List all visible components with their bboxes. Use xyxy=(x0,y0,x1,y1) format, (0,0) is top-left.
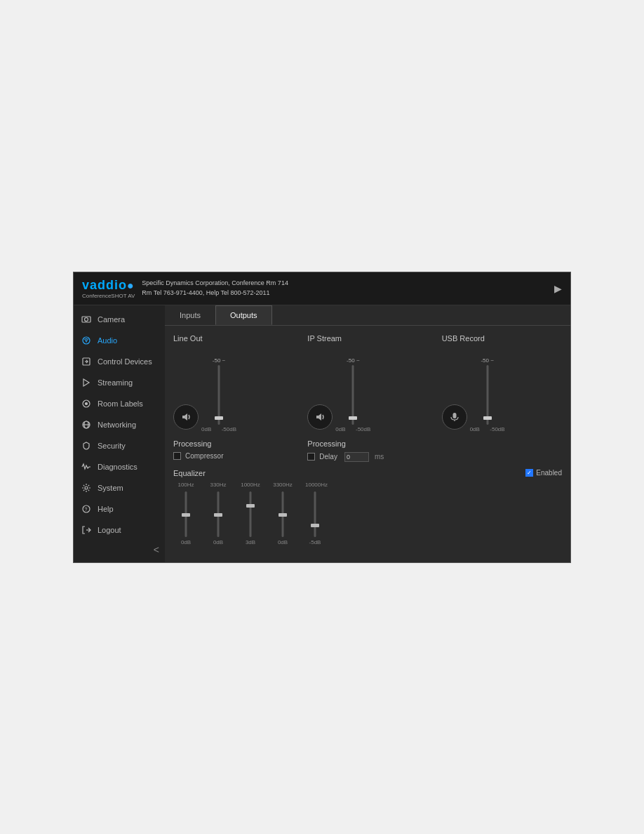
svg-point-7 xyxy=(86,402,88,404)
usb-record-slider[interactable] xyxy=(481,365,494,425)
volume-controls-row: Line Out -50 xyxy=(173,334,562,432)
eq-track-4 xyxy=(314,491,316,537)
logout-label: Logout xyxy=(98,526,158,534)
eq-slider-2[interactable] xyxy=(246,491,255,537)
audio-label: Audio xyxy=(98,336,158,345)
line-out-mute-btn[interactable] xyxy=(173,404,199,430)
security-nav-icon xyxy=(81,440,92,451)
tab-inputs[interactable]: Inputs xyxy=(165,305,215,325)
svg-point-11 xyxy=(85,486,88,489)
processing-left-title: Processing xyxy=(173,439,293,448)
line-out-volume: -50 ~ 0dB -50dB xyxy=(173,348,293,432)
sidebar-item-diagnostics[interactable]: Diagnostics xyxy=(74,456,165,477)
svg-point-2 xyxy=(83,337,90,344)
usb-record-slider-group: -50 ~ 0dB -50dB xyxy=(470,348,505,432)
line-out-value: -50 ~ xyxy=(213,357,225,364)
sidebar-item-networking[interactable]: Networking xyxy=(74,414,165,435)
company-name: Specific Dynamics Corporation, Conferenc… xyxy=(142,279,288,289)
ip-stream-slider[interactable] xyxy=(347,365,359,425)
header: vaddio● ConferenceSHOT AV Specific Dynam… xyxy=(74,272,570,305)
logo-vaddio: vaddio xyxy=(82,278,127,292)
eq-band-2: 3dB xyxy=(241,491,260,545)
logo-ring: ● xyxy=(127,279,135,291)
compressor-label: Compressor xyxy=(185,452,223,460)
usb-record-thumb[interactable] xyxy=(483,416,492,420)
eq-enabled-label: Enabled xyxy=(536,469,562,477)
system-label: System xyxy=(98,484,158,492)
processing-right: Processing Delay ms xyxy=(307,439,427,462)
eq-band-1: 0dB xyxy=(208,491,228,545)
compressor-checkbox[interactable] xyxy=(173,452,181,460)
eq-thumb-3[interactable] xyxy=(279,513,287,517)
sidebar-item-audio[interactable]: Audio xyxy=(74,330,165,351)
help-label: Help xyxy=(98,505,158,513)
eq-slider-4[interactable] xyxy=(310,491,320,537)
eq-freq-3: 3300Hz xyxy=(273,482,293,488)
ip-stream-volume: -50 ~ 0dB -50dB xyxy=(307,348,427,432)
ip-stream-max: -50dB xyxy=(356,426,370,432)
eq-freq-1: 330Hz xyxy=(208,482,228,488)
svg-marker-6 xyxy=(83,379,89,386)
delay-checkbox[interactable] xyxy=(307,453,315,461)
eq-thumb-4[interactable] xyxy=(311,524,319,527)
eq-freq-2: 1000Hz xyxy=(241,482,260,488)
svg-text:?: ? xyxy=(85,507,88,512)
sidebar-item-room-labels[interactable]: Room Labels xyxy=(74,393,165,414)
eq-track-2 xyxy=(250,491,252,537)
svg-point-3 xyxy=(86,340,87,342)
streaming-label: Streaming xyxy=(98,378,158,387)
line-out-title: Line Out xyxy=(173,334,293,343)
sidebar-item-logout[interactable]: Logout xyxy=(74,519,165,541)
eq-slider-1[interactable] xyxy=(213,491,223,537)
ip-stream-mute-btn[interactable] xyxy=(307,404,333,430)
equalizer-section: Equalizer ✓ Enabled 100Hz 330Hz 1000Hz 3… xyxy=(173,469,562,547)
eq-slider-3[interactable] xyxy=(278,491,288,537)
eq-db-4: -5dB xyxy=(309,539,321,545)
sidebar-item-system[interactable]: System xyxy=(74,477,165,498)
tab-outputs[interactable]: Outputs xyxy=(215,305,272,325)
sidebar-item-help[interactable]: ? Help xyxy=(74,498,165,519)
line-out-min: 0dB xyxy=(201,426,211,432)
eq-db-2: 3dB xyxy=(246,539,255,545)
eq-thumb-0[interactable] xyxy=(182,513,190,517)
sidebar-item-camera[interactable]: Camera xyxy=(74,309,165,330)
eq-freq-4: 10000Hz xyxy=(305,482,325,488)
sidebar-collapse-btn[interactable]: < xyxy=(74,541,165,559)
eq-band-4: -5dB xyxy=(305,491,325,545)
sidebar-item-streaming[interactable]: Streaming xyxy=(74,372,165,393)
line-out-slider[interactable] xyxy=(213,365,225,425)
processing-right-title: Processing xyxy=(307,439,427,448)
eq-thumb-1[interactable] xyxy=(214,513,222,517)
eq-enabled-checkbox[interactable]: ✓ xyxy=(525,469,533,477)
eq-slider-0[interactable] xyxy=(181,491,191,537)
eq-enabled-row: ✓ Enabled xyxy=(525,469,562,477)
sidebar-item-control-devices[interactable]: Control Devices xyxy=(74,351,165,372)
eq-thumb-2[interactable] xyxy=(246,504,255,508)
line-out-thumb[interactable] xyxy=(215,416,223,420)
ms-label: ms xyxy=(375,453,384,461)
delay-row: Delay ms xyxy=(307,452,427,462)
eq-sliders: 0dB 0dB xyxy=(173,491,562,547)
diagnostics-nav-icon xyxy=(81,461,92,472)
eq-db-3: 0dB xyxy=(278,539,288,545)
diagnostics-label: Diagnostics xyxy=(98,463,158,471)
sidebar: Camera Audio xyxy=(74,305,165,562)
ip-stream-labels: 0dB -50dB xyxy=(335,426,370,432)
networking-label: Networking xyxy=(98,421,158,429)
delay-input[interactable] xyxy=(344,452,369,462)
camera-icon[interactable]: ▶ xyxy=(554,283,562,294)
product-name: ConferenceSHOT AV xyxy=(82,293,135,299)
audio-nav-icon xyxy=(81,335,92,346)
delay-label: Delay xyxy=(319,453,337,461)
help-nav-icon: ? xyxy=(81,503,92,515)
collapse-icon: < xyxy=(154,544,159,555)
ip-stream-title: IP Stream xyxy=(307,334,427,343)
processing-left: Processing Compressor xyxy=(173,439,293,462)
usb-record-mic-btn[interactable] xyxy=(442,404,467,430)
sidebar-item-security[interactable]: Security xyxy=(74,435,165,456)
usb-record-min: 0dB xyxy=(470,426,480,432)
ip-stream-value: -50 ~ xyxy=(347,357,359,364)
main-layout: Camera Audio xyxy=(74,305,570,562)
ip-stream-thumb[interactable] xyxy=(349,416,357,420)
app-window: vaddio● ConferenceSHOT AV Specific Dynam… xyxy=(73,272,571,563)
